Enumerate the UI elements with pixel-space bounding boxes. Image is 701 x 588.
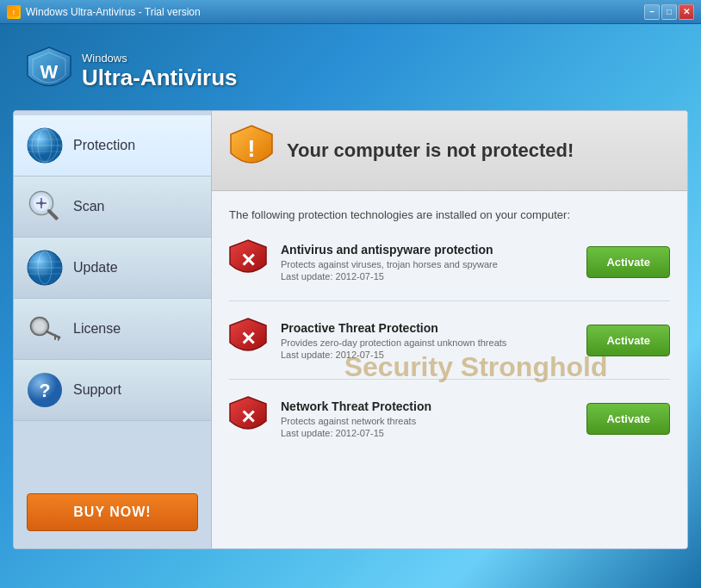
title-bar-left: ! Windows Ultra-Antivirus - Trial versio… xyxy=(7,5,201,19)
sidebar: Protection Scan xyxy=(14,111,212,548)
svg-text:✕: ✕ xyxy=(240,250,256,271)
app-icon: ! xyxy=(7,5,21,19)
window-controls: – □ ✕ xyxy=(644,4,694,20)
logo-text: Windows Ultra-Antivirus xyxy=(82,52,238,91)
prot-date-1: Last update: 2012-07-15 xyxy=(281,350,574,360)
svg-text:?: ? xyxy=(39,380,50,401)
sidebar-item-protection[interactable]: Protection xyxy=(14,115,211,176)
logo-area: W Windows Ultra-Antivirus xyxy=(13,37,688,110)
window-title: Windows Ultra-Antivirus - Trial version xyxy=(26,6,201,18)
prot-info-2: Network Threat Protection Protects again… xyxy=(281,399,574,438)
alert-title: Your computer is not protected! xyxy=(287,139,574,162)
prot-info-1: Proactive Threat Protection Provides zer… xyxy=(281,321,574,360)
buy-btn-area: BUY NOW! xyxy=(14,480,211,544)
alert-header: ! Your computer is not protected! xyxy=(212,111,687,191)
content-area: ! Your computer is not protected! The fo… xyxy=(212,111,687,548)
title-bar: ! Windows Ultra-Antivirus - Trial versio… xyxy=(0,0,701,24)
sidebar-item-scan[interactable]: Scan xyxy=(14,176,211,238)
sidebar-item-license[interactable]: License xyxy=(14,299,211,360)
prot-title-1: Proactive Threat Protection xyxy=(281,321,574,335)
window-background: W Windows Ultra-Antivirus xyxy=(0,24,701,588)
support-label: Support xyxy=(73,382,121,398)
antivirus-shield-icon: ✕ xyxy=(229,238,268,285)
svg-text:✕: ✕ xyxy=(240,406,256,428)
prot-desc-1: Provides zero-day protection against unk… xyxy=(281,337,574,348)
prot-info-0: Antivirus and antispyware protection Pro… xyxy=(281,243,574,282)
close-button[interactable]: ✕ xyxy=(679,4,694,20)
content-subtitle: The following protection technologies ar… xyxy=(229,208,670,221)
protection-icon-wrapper xyxy=(27,127,63,164)
sidebar-item-update[interactable]: Update xyxy=(14,238,211,299)
update-icon-wrapper xyxy=(27,250,63,286)
content-body: The following protection technologies ar… xyxy=(212,191,687,548)
prot-date-2: Last update: 2012-07-15 xyxy=(281,428,574,438)
svg-point-25 xyxy=(34,321,45,331)
logo-app-name: Ultra-Antivirus xyxy=(82,65,238,91)
svg-line-14 xyxy=(49,211,59,221)
svg-text:✕: ✕ xyxy=(240,328,256,350)
prot-desc-0: Protects against viruses, trojan horses … xyxy=(281,259,574,269)
maximize-button[interactable]: □ xyxy=(661,4,677,20)
scan-icon-wrapper xyxy=(27,189,63,225)
prot-title-0: Antivirus and antispyware protection xyxy=(281,243,574,257)
scan-label: Scan xyxy=(73,199,104,214)
license-label: License xyxy=(73,321,121,337)
logo-windows-label: Windows xyxy=(82,52,238,65)
protection-item-0: ✕ Antivirus and antispyware protection P… xyxy=(229,238,670,301)
proactive-shield-icon: ✕ xyxy=(229,317,268,363)
support-icon-wrapper: ? xyxy=(27,372,63,408)
protection-item-2: ✕ Network Threat Protection Protects aga… xyxy=(229,395,670,457)
protection-item-1: ✕ Proactive Threat Protection Provides z… xyxy=(229,317,670,380)
sidebar-item-support[interactable]: ? Support xyxy=(14,360,211,421)
activate-button-0[interactable]: Activate xyxy=(586,246,670,278)
activate-button-1[interactable]: Activate xyxy=(586,325,670,356)
svg-text:!: ! xyxy=(247,135,255,162)
svg-point-17 xyxy=(40,201,43,205)
prot-desc-2: Protects against network threats xyxy=(281,416,574,426)
prot-title-2: Network Threat Protection xyxy=(281,399,574,413)
buy-now-button[interactable]: BUY NOW! xyxy=(27,493,198,531)
license-icon-wrapper xyxy=(27,311,63,347)
update-label: Update xyxy=(73,260,118,275)
network-shield-icon: ✕ xyxy=(229,395,268,442)
main-panel: Protection Scan xyxy=(13,110,688,549)
svg-text:W: W xyxy=(40,61,59,83)
prot-date-0: Last update: 2012-07-15 xyxy=(281,271,574,282)
activate-button-2[interactable]: Activate xyxy=(586,403,670,435)
svg-text:!: ! xyxy=(13,9,15,15)
protection-label: Protection xyxy=(73,138,135,153)
minimize-button[interactable]: – xyxy=(644,4,660,20)
warning-shield-icon: ! xyxy=(229,124,274,177)
shield-logo: W xyxy=(26,46,73,97)
